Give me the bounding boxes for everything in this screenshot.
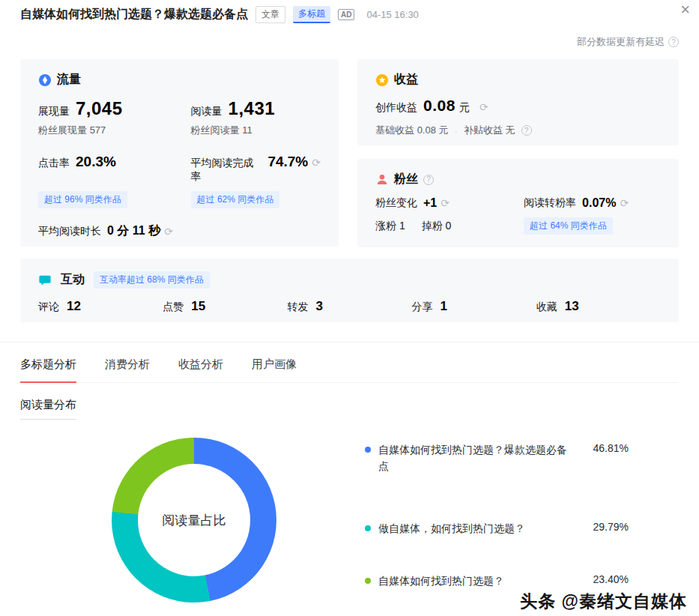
- article-tag: 文章: [255, 6, 285, 23]
- refresh-icon[interactable]: ⟳: [164, 226, 173, 238]
- fan-change-metric: 粉丝变化 +1 ⟳: [375, 196, 524, 210]
- legend-dot: [365, 525, 371, 531]
- publish-timestamp: 04-15 16:30: [366, 9, 418, 20]
- multititle-tag[interactable]: 多标题: [293, 6, 330, 23]
- fans-card: 粉丝 ? 粉丝变化 +1 ⟳ 阅读转粉率 0.07% ⟳ 涨粉 1: [357, 159, 679, 247]
- legend-item: 做自媒体，如何找到热门选题？ 29.79%: [365, 521, 629, 537]
- duration-metric: 平均阅读时长 0 分 11 秒 ⟳: [38, 223, 321, 239]
- fans-compare-badge: 超过 64% 同类作品: [524, 217, 661, 235]
- interaction-compare-badge: 互动率超过 68% 同类作品: [94, 271, 210, 289]
- analysis-tabs: 多标题分析 消费分析 收益分析 用户画像: [20, 342, 679, 383]
- revenue-card: 收益 创作收益 0.08 元 ⟳ 基础收益 0.08 元 · 补贴收益 无 ?: [357, 59, 679, 145]
- favorites-metric: 收藏 13: [536, 299, 661, 314]
- legend-item: 自媒体如何找到热门选题？爆款选题必备点 46.81%: [365, 442, 629, 474]
- refresh-icon[interactable]: ⟳: [312, 157, 321, 169]
- interaction-title: 互动: [61, 272, 85, 288]
- close-icon[interactable]: ×: [680, 1, 690, 18]
- help-icon[interactable]: ?: [521, 125, 532, 136]
- chart-legend: 自媒体如何找到热门选题？爆款选题必备点 46.81% 做自媒体，如何找到热门选题…: [365, 438, 629, 603]
- page-title: 自媒体如何找到热门选题？爆款选题必备点: [20, 7, 248, 22]
- read-distribution-chart: 阅读量占比 自媒体如何找到热门选题？爆款选题必备点 46.81% 做自媒体，如何…: [20, 438, 679, 603]
- analytics-panel: 自媒体如何找到热门选题？爆款选题必备点 文章 多标题 AD 04-15 16:3…: [0, 0, 699, 616]
- watermark: 头条 @秦绪文自媒体: [520, 590, 687, 613]
- tab-consumption-analysis[interactable]: 消费分析: [105, 357, 150, 382]
- delay-notice-text: 部分数据更新有延迟: [577, 35, 665, 49]
- tab-multi-title-analysis[interactable]: 多标题分析: [20, 357, 76, 383]
- fan-impressions-metric: 粉丝展现量 577: [38, 124, 191, 137]
- help-icon[interactable]: ?: [423, 175, 434, 185]
- top-cards: 流量 展现量 7,045 阅读量 1,431 粉丝展现量 577 粉丝阅读量 1…: [20, 59, 679, 247]
- traffic-icon: [38, 73, 52, 87]
- delay-notice: 部分数据更新有延迟 ?: [20, 35, 679, 49]
- ctr-compare-badge: 超过 96% 同类作品: [38, 191, 191, 208]
- ctr-metric: 点击率 20.3%: [38, 154, 191, 184]
- fans-title: 粉丝: [394, 172, 418, 187]
- completion-metric: 平均阅读完成率 74.7% ⟳: [191, 154, 321, 184]
- refresh-icon[interactable]: ⟳: [620, 197, 629, 209]
- interaction-icon: [38, 274, 52, 287]
- reposts-metric: 转发 3: [287, 299, 411, 314]
- revenue-icon: [375, 73, 389, 87]
- ad-icon: AD: [338, 9, 354, 20]
- subsidy-revenue: 补贴收益 无: [464, 124, 515, 137]
- fans-icon: [375, 173, 389, 187]
- tab-revenue-analysis[interactable]: 收益分析: [178, 357, 223, 382]
- base-revenue: 基础收益 0.08 元: [375, 124, 449, 137]
- likes-metric: 点赞 15: [163, 299, 287, 314]
- traffic-card: 流量 展现量 7,045 阅读量 1,431 粉丝展现量 577 粉丝阅读量 1…: [20, 59, 339, 247]
- read-distribution-title: 阅读量分布: [20, 398, 76, 420]
- traffic-title: 流量: [57, 72, 81, 88]
- legend-dot: [365, 447, 371, 453]
- comments-metric: 评论 12: [38, 299, 163, 314]
- help-icon[interactable]: ?: [668, 37, 679, 47]
- header: 自媒体如何找到热门选题？爆款选题必备点 文章 多标题 AD 04-15 16:3…: [0, 0, 699, 23]
- refresh-icon[interactable]: ⟳: [441, 197, 450, 209]
- creation-revenue-metric: 创作收益 0.08 元 ⟳: [375, 97, 661, 115]
- fan-gain-loss: 涨粉 1 掉粉 0: [375, 217, 524, 235]
- completion-compare-badge: 超过 62% 同类作品: [191, 191, 321, 208]
- donut-center-label: 阅读量占比: [112, 438, 276, 603]
- revenue-title: 收益: [394, 72, 418, 88]
- reads-metric: 阅读量 1,431: [191, 98, 321, 119]
- interaction-card: 互动 互动率超过 68% 同类作品 评论 12 点赞 15 转发 3 分享 1 …: [20, 259, 679, 322]
- tab-user-profile[interactable]: 用户画像: [252, 357, 297, 382]
- legend-item: 自媒体如何找到热门选题？ 23.40%: [365, 573, 629, 590]
- impressions-metric: 展现量 7,045: [38, 98, 191, 119]
- legend-dot: [365, 578, 371, 584]
- fan-reads-metric: 粉丝阅读量 11: [191, 124, 321, 137]
- read-to-fan-metric: 阅读转粉率 0.07% ⟳: [524, 196, 661, 210]
- shares-metric: 分享 1: [412, 299, 536, 314]
- refresh-icon[interactable]: ⟳: [479, 101, 488, 113]
